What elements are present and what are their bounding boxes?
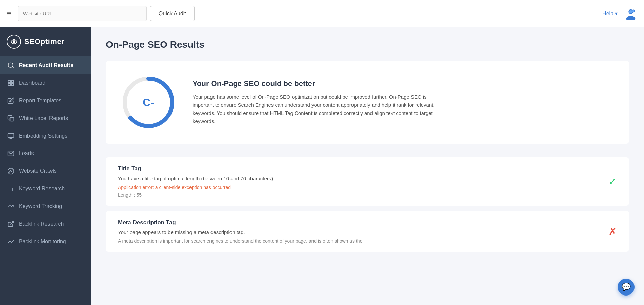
score-description: Your page has some level of On-Page SEO … [193,93,437,125]
header-right: Help ▾ [602,7,637,20]
header: ≡ Quick Audit Help ▾ [0,0,644,27]
svg-rect-11 [12,84,14,86]
help-button[interactable]: Help ▾ [602,10,618,17]
sidebar-toggle-icon[interactable]: ≡ [7,9,11,18]
compass-icon [7,168,14,175]
result-error: Application error: a client-side excepti… [118,185,617,190]
sidebar-item-keyword-tracking[interactable]: Keyword Tracking [0,198,91,215]
svg-line-22 [10,222,13,225]
result-description: You have a title tag of optimal length (… [118,175,617,183]
result-status-icon: ✗ [608,225,617,237]
chat-icon: 💬 [622,283,631,291]
sidebar-item-report-templates[interactable]: Report Templates [0,92,91,109]
sidebar: SEOptimer Recent Audit Results Dashboard… [0,27,91,305]
logo-area: SEOptimer [0,27,91,57]
score-section: C- Your On-Page SEO could be better Your… [106,61,629,144]
sidebar-item-recent-audit[interactable]: Recent Audit Results [0,57,91,74]
sidebar-item-label: Backlink Research [19,221,64,227]
svg-point-2 [626,16,636,20]
help-label: Help [602,11,613,17]
sidebar-item-label: White Label Reports [19,115,68,121]
sidebar-item-backlink-research[interactable]: Backlink Research [0,215,91,233]
copy-icon [7,115,14,122]
result-title: Meta Description Tag [118,219,617,226]
result-meta: A meta description is important for sear… [118,238,617,244]
search-icon [7,62,14,69]
svg-point-1 [629,10,632,13]
sidebar-item-backlink-monitoring[interactable]: Backlink Monitoring [0,233,91,250]
svg-rect-13 [10,118,14,121]
chat-button[interactable]: 💬 [618,279,635,296]
monitor-icon [7,133,14,139]
result-list: Title Tag You have a title tag of optima… [106,157,629,252]
sidebar-item-label: Keyword Research [19,186,65,192]
trending-up-icon [7,238,14,245]
score-text: Your On-Page SEO could be better Your pa… [193,79,437,125]
score-heading: Your On-Page SEO could be better [193,79,437,88]
page-title: On-Page SEO Results [106,39,629,50]
svg-rect-9 [8,81,11,83]
sidebar-item-keyword-research[interactable]: Keyword Research [0,180,91,198]
svg-marker-18 [9,170,12,172]
sidebar-item-website-crawls[interactable]: Website Crawls [0,162,91,180]
sidebar-item-label: Keyword Tracking [19,203,62,209]
file-edit-icon [7,97,14,104]
result-title: Title Tag [118,165,617,172]
sidebar-item-label: Website Crawls [19,168,57,174]
grid-icon [7,80,14,86]
layout: SEOptimer Recent Audit Results Dashboard… [0,27,644,305]
logo-text: SEOptimer [24,37,64,46]
sidebar-item-label: Embedding Settings [19,133,67,139]
quick-audit-button[interactable]: Quick Audit [150,6,195,21]
result-meta: Length : 55 [118,192,617,198]
main-content: On-Page SEO Results C- Your On-Page SEO … [91,27,644,305]
result-item: Meta Description Tag Your page appears t… [106,211,629,252]
result-item: Title Tag You have a title tag of optima… [106,157,629,206]
score-grade: C- [143,96,154,109]
external-link-icon [7,221,14,227]
sidebar-item-label: Dashboard [19,80,45,86]
bar-chart-icon [7,185,14,192]
sidebar-item-embedding[interactable]: Embedding Settings [0,127,91,145]
svg-rect-14 [8,134,14,138]
nav-list: Recent Audit Results Dashboard Report Te… [0,57,91,250]
sidebar-item-label: Leads [19,150,34,157]
svg-rect-12 [8,84,11,86]
svg-rect-10 [12,81,14,83]
user-avatar-icon[interactable] [624,7,637,20]
url-input[interactable] [18,6,147,21]
svg-point-7 [8,63,13,67]
sidebar-item-leads[interactable]: Leads [0,145,91,162]
sidebar-item-white-label[interactable]: White Label Reports [0,109,91,127]
svg-point-4 [632,10,635,12]
sidebar-item-label: Backlink Monitoring [19,239,66,245]
score-gauge: C- [118,72,179,133]
result-description: Your page appears to be missing a meta d… [118,229,617,237]
mail-icon [7,150,14,157]
sidebar-item-label: Report Templates [19,98,61,104]
trending-icon [7,203,14,210]
svg-line-8 [12,67,14,68]
result-status-icon: ✓ [608,176,617,187]
logo-icon [7,35,21,49]
sidebar-item-dashboard[interactable]: Dashboard [0,74,91,92]
svg-point-17 [8,168,14,174]
chevron-down-icon: ▾ [615,10,618,17]
sidebar-item-label: Recent Audit Results [19,62,73,68]
